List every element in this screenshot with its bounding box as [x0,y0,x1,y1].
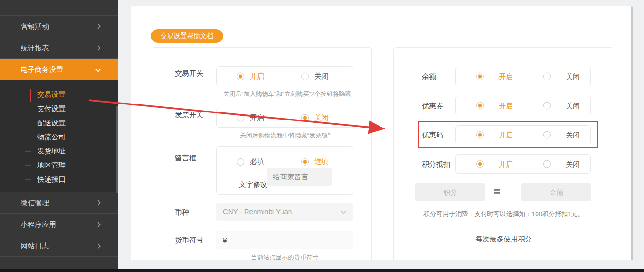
radio-required-icon[interactable] [237,158,244,166]
chevron-down-icon [95,66,100,72]
trade-switch-helper: 关闭后“加入购物车”和“立刻购买”2个按钮将隐藏 [216,90,358,98]
currency-select-value: CNY - Renminbi Yuan [223,208,292,216]
currency-select[interactable]: CNY - Renminbi Yuan [216,203,353,221]
radio-optional-icon[interactable] [301,158,309,166]
message-optional-option[interactable]: 选填 [301,157,329,166]
submenu-item-label: 地区管理 [37,161,66,169]
amount-input[interactable] [521,183,591,201]
points-helper: 积分可用于消费，支付时可以选择如：100积分抵扣1元。 [394,210,614,218]
invoice-switch-toggle: 开启 关闭 [216,108,353,128]
sidebar-scrollbar[interactable] [116,106,118,193]
chevron-right-icon [95,243,100,248]
invoice-switch-on-option[interactable]: 开启 [237,113,264,122]
submenu-item-payment-settings[interactable]: 支付设置 [0,102,118,116]
radio-on-icon[interactable] [476,73,484,80]
trade-switch-toggle: 开启 关闭 [216,66,353,86]
balance-off-option[interactable]: 关闭 [543,72,580,81]
option-label: 选填 [314,157,329,166]
trade-switch-on-option[interactable]: 开启 [237,72,264,81]
invoice-switch-label: 发票开关 [175,111,203,120]
sidebar: 营销活动 统计报表 电子商务设置 交易设置 支付设置 配送设置 物流公司 发货地… [0,0,118,269]
submenu-item-label: 发货地址 [37,147,66,155]
message-box-label: 留言框 [175,154,196,163]
radio-off-icon[interactable] [543,102,551,110]
option-label: 开启 [250,113,264,122]
sidebar-item-reports[interactable]: 统计报表 [0,37,118,59]
radio-off-icon[interactable] [543,131,551,139]
sidebar-item-label: 微信管理 [21,199,49,207]
sidebar-item-label: 网站日志 [21,242,49,250]
coupon-on-option[interactable]: 开启 [476,101,513,110]
sidebar-item-miniprogram[interactable]: 小程序应用 [0,214,118,235]
promo-code-toggle: 开启 关闭 [455,125,591,144]
radio-on-icon[interactable] [237,114,244,121]
radio-on-icon[interactable] [476,160,484,168]
option-label: 关闭 [566,101,580,110]
points-input[interactable] [415,183,485,201]
invoice-switch-off-option[interactable]: 关闭 [301,113,329,122]
promo-code-on-option[interactable]: 开启 [476,130,513,139]
sidebar-top-gap [0,0,118,16]
points-deduct-off-option[interactable]: 关闭 [543,160,580,168]
message-box-group: 必填 选填 文字修改 [216,146,353,195]
submenu-item-label: 支付设置 [37,104,66,112]
points-deduct-toggle: 开启 关闭 [455,154,591,174]
sidebar-item-wechat[interactable]: 微信管理 [0,192,118,214]
panel-scrollbar[interactable] [631,6,633,260]
max-points-label: 每次最多使用积分 [394,235,614,244]
submenu-item-logistics-company[interactable]: 物流公司 [0,130,118,144]
submenu-item-region-management[interactable]: 地区管理 [0,158,118,172]
option-label: 必填 [250,157,264,166]
sidebar-item-label: 营销活动 [21,22,49,30]
trade-settings-card: 交易开关 开启 关闭 关闭后“加入购物车”和“立刻购买”2个按钮将隐藏 发票开关… [152,47,372,260]
promo-code-label: 优惠码 [422,131,443,140]
trade-switch-off-option[interactable]: 关闭 [301,72,329,81]
chevron-right-icon [95,24,100,29]
sidebar-item-label: 小程序应用 [21,220,56,228]
balance-label: 余额 [422,72,436,81]
sidebar-item-label: 统计报表 [21,44,49,52]
submenu-item-label: 快递接口 [37,175,66,183]
radio-off-icon[interactable] [543,73,551,80]
option-label: 开启 [499,130,513,139]
chevron-right-icon [95,222,100,227]
points-deduct-on-option[interactable]: 开启 [476,160,513,168]
submenu-item-trade-settings[interactable]: 交易设置 [0,88,118,102]
promo-code-off-option[interactable]: 关闭 [543,130,580,139]
invoice-switch-helper: 关闭后购物流程中将隐藏“发票项” [216,131,353,140]
coupon-toggle: 开启 关闭 [455,96,591,115]
option-label: 开启 [250,72,264,81]
currency-symbol-input[interactable] [216,231,353,249]
radio-off-icon[interactable] [301,72,309,80]
trade-switch-label: 交易开关 [175,69,203,78]
submenu-item-label: 配送设置 [37,119,66,127]
sidebar-item-site-logs[interactable]: 网站日志 [0,235,118,257]
message-text-input[interactable] [267,168,332,186]
equals-sign: = [485,183,509,201]
option-label: 关闭 [566,130,580,139]
submenu-item-express-api[interactable]: 快递接口 [0,172,118,186]
radio-off-icon[interactable] [543,160,551,168]
submenu-item-shipping-address[interactable]: 发货地址 [0,144,118,158]
window-bottom-strip [0,269,644,272]
sidebar-item-label: 电子商务设置 [21,65,63,73]
radio-on-icon[interactable] [476,102,484,110]
option-label: 开启 [499,101,513,110]
balance-on-option[interactable]: 开启 [476,72,513,81]
sidebar-item-marketing[interactable]: 营销活动 [0,16,118,37]
radio-off-icon[interactable] [301,114,309,121]
coupon-off-option[interactable]: 关闭 [543,101,580,110]
trade-settings-help-button[interactable]: 交易设置帮助文档 [151,29,223,43]
option-label: 开启 [499,160,513,168]
submenu-item-delivery-settings[interactable]: 配送设置 [0,116,118,130]
radio-on-icon[interactable] [476,131,484,139]
option-label: 关闭 [314,72,329,81]
radio-on-icon[interactable] [237,72,244,80]
submenu-item-label: 交易设置 [37,90,66,98]
text-edit-label: 文字修改 [239,180,267,189]
content-panel: 交易设置帮助文档 交易开关 开启 关闭 关闭后“加入购物车”和“立刻购买”2个按… [131,6,633,260]
message-required-option[interactable]: 必填 [237,157,264,166]
chevron-right-icon [95,45,100,50]
sidebar-item-ecommerce-settings[interactable]: 电子商务设置 [0,59,118,80]
option-label: 关闭 [566,160,580,168]
